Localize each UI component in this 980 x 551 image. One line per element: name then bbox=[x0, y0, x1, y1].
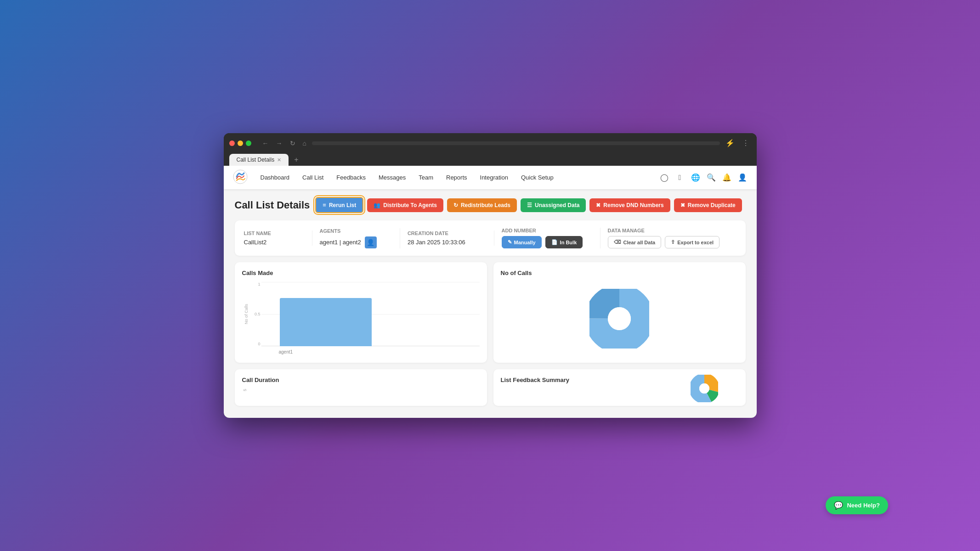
tab-close-icon[interactable]: ✕ bbox=[277, 157, 281, 163]
creation-date-section: Creation Date 28 Jan 2025 10:33:06 bbox=[400, 231, 494, 246]
agents-label: Agents bbox=[320, 228, 392, 234]
list-name-section: List Name CallList2 bbox=[244, 231, 312, 246]
settings-button[interactable]: ⋮ bbox=[740, 138, 751, 148]
browser-tab[interactable]: Call List Details ✕ bbox=[229, 154, 289, 166]
main-area: Call List Details ≡ Rerun List 👥 Distrib… bbox=[224, 190, 757, 418]
export-label: Export to excel bbox=[677, 240, 714, 245]
duration-y-label: s bbox=[242, 389, 247, 391]
y-label-2: 0.5 bbox=[255, 312, 261, 316]
distribute-label: Distribute To Agents bbox=[383, 202, 437, 208]
redistribute-icon: ↻ bbox=[453, 202, 458, 208]
data-manage-label: Data Manage bbox=[608, 228, 729, 233]
call-duration-content: s bbox=[242, 389, 480, 391]
page-title: Call List Details bbox=[235, 199, 310, 211]
no-of-calls-chart-card: No of Calls bbox=[493, 262, 746, 363]
nav-item-messages[interactable]: Messages bbox=[373, 171, 411, 184]
export-to-excel-button[interactable]: ⇧ Export to excel bbox=[665, 236, 719, 248]
call-duration-chart-card: Call Duration s bbox=[235, 369, 487, 406]
agents-section: Agents agent1 | agent2 👤 bbox=[312, 228, 400, 248]
user-icon[interactable]: 👤 bbox=[737, 173, 748, 183]
list-feedback-chart-card: List Feedback Summary bbox=[493, 369, 746, 406]
action-buttons: ≡ Rerun List 👥 Distribute To Agents ↻ Re… bbox=[315, 197, 742, 213]
nav-items: Dashboard Call List Feedbacks Messages T… bbox=[255, 171, 659, 184]
bars-area bbox=[261, 282, 480, 346]
distribute-to-agents-button[interactable]: 👥 Distribute To Agents bbox=[367, 198, 443, 212]
forward-button[interactable]: → bbox=[274, 139, 284, 148]
calls-made-chart-card: Calls Made No of Calls 1 0.5 0 bbox=[235, 262, 487, 363]
y-label-3: 0 bbox=[258, 342, 260, 346]
rerun-list-button[interactable]: ≡ Rerun List bbox=[315, 197, 363, 213]
svg-point-3 bbox=[608, 307, 631, 330]
nav-item-dashboard[interactable]: Dashboard bbox=[255, 171, 295, 184]
need-help-button[interactable]: 💬 Need Help? bbox=[826, 496, 888, 514]
maximize-button[interactable] bbox=[246, 141, 251, 146]
browser-titlebar: ← → ↻ ⌂ ⚡ ⋮ Call List Details ✕ + bbox=[224, 133, 757, 166]
unassigned-label: Unassigned Data bbox=[535, 202, 579, 208]
charts-row-1: Calls Made No of Calls 1 0.5 0 bbox=[235, 262, 746, 363]
unassigned-data-button[interactable]: ☰ Unassigned Data bbox=[521, 198, 586, 212]
nav-item-call-list[interactable]: Call List bbox=[297, 171, 329, 184]
no-of-calls-title: No of Calls bbox=[501, 270, 738, 276]
manually-button[interactable]: ✎ Manually bbox=[502, 236, 542, 248]
in-bulk-icon: 📄 bbox=[551, 239, 558, 245]
help-label: Need Help? bbox=[847, 502, 880, 509]
remove-dup-icon: ✖ bbox=[680, 202, 685, 208]
agents-row: agent1 | agent2 👤 bbox=[320, 236, 392, 248]
rerun-icon: ≡ bbox=[323, 202, 326, 208]
in-bulk-label: In Bulk bbox=[560, 240, 577, 245]
info-card: List Name CallList2 Agents agent1 | agen… bbox=[235, 220, 746, 256]
reload-button[interactable]: ↻ bbox=[288, 139, 297, 148]
address-bar[interactable] bbox=[312, 141, 720, 145]
remove-dup-label: Remove Duplicate bbox=[688, 202, 736, 208]
app-logo bbox=[233, 169, 248, 186]
redistribute-leads-button[interactable]: ↻ Redistribute Leads bbox=[447, 198, 517, 212]
browser-controls: ← → ↻ ⌂ ⚡ ⋮ bbox=[229, 138, 751, 148]
feedback-pie-mini bbox=[691, 375, 718, 404]
remove-dnd-button[interactable]: ✖ Remove DND Numbers bbox=[589, 198, 670, 212]
data-manage-buttons: ⌫ Clear all Data ⇧ Export to excel bbox=[608, 236, 729, 248]
new-tab-button[interactable]: + bbox=[290, 154, 302, 166]
y-axis-text: No of Calls bbox=[244, 304, 249, 324]
close-button[interactable] bbox=[229, 141, 235, 146]
whatsapp-icon: 💬 bbox=[834, 501, 843, 510]
remove-duplicate-button[interactable]: ✖ Remove Duplicate bbox=[674, 198, 742, 212]
distribute-icon: 👥 bbox=[374, 202, 380, 208]
notification-icon[interactable]: ◯ bbox=[659, 173, 669, 183]
back-button[interactable]: ← bbox=[261, 139, 271, 148]
minimize-button[interactable] bbox=[238, 141, 243, 146]
redistribute-label: Redistribute Leads bbox=[461, 202, 510, 208]
nav-item-team[interactable]: Team bbox=[413, 171, 439, 184]
bar-x-label: agent1 bbox=[279, 349, 293, 354]
pie-chart-area bbox=[501, 282, 738, 355]
search-icon[interactable]: 🔍 bbox=[706, 173, 716, 183]
apple-icon[interactable]:  bbox=[675, 173, 685, 183]
nav-item-integration[interactable]: Integration bbox=[475, 171, 514, 184]
bell-icon[interactable]: 🔔 bbox=[722, 173, 732, 183]
nav-item-quick-setup[interactable]: Quick Setup bbox=[515, 171, 559, 184]
bar-agent1 bbox=[280, 298, 372, 346]
tab-label: Call List Details bbox=[237, 157, 275, 163]
home-button[interactable]: ⌂ bbox=[301, 139, 308, 148]
clear-all-data-button[interactable]: ⌫ Clear all Data bbox=[608, 236, 662, 248]
clear-icon: ⌫ bbox=[614, 239, 621, 245]
add-number-buttons: ✎ Manually 📄 In Bulk bbox=[502, 236, 593, 248]
in-bulk-button[interactable]: 📄 In Bulk bbox=[545, 236, 583, 248]
call-duration-title: Call Duration bbox=[242, 377, 480, 383]
rerun-list-label: Rerun List bbox=[329, 202, 356, 208]
export-icon: ⇧ bbox=[671, 239, 675, 245]
globe-icon[interactable]: 🌐 bbox=[691, 173, 701, 183]
bar-chart-area: No of Calls 1 0.5 0 bbox=[242, 282, 480, 355]
agents-value: agent1 | agent2 bbox=[320, 239, 361, 246]
traffic-lights bbox=[229, 141, 251, 146]
extensions-button[interactable]: ⚡ bbox=[724, 138, 736, 148]
y-axis-label: No of Calls bbox=[242, 282, 250, 346]
nav-item-reports[interactable]: Reports bbox=[441, 171, 473, 184]
nav-item-feedbacks[interactable]: Feedbacks bbox=[331, 171, 371, 184]
navbar: Dashboard Call List Feedbacks Messages T… bbox=[224, 166, 757, 190]
y-labels: 1 0.5 0 bbox=[251, 282, 261, 346]
add-agent-button[interactable]: 👤 bbox=[365, 236, 377, 248]
remove-dnd-icon: ✖ bbox=[596, 202, 600, 208]
pie-svg bbox=[589, 289, 649, 349]
manually-label: Manually bbox=[514, 240, 536, 245]
browser-window: ← → ↻ ⌂ ⚡ ⋮ Call List Details ✕ + bbox=[224, 133, 757, 418]
